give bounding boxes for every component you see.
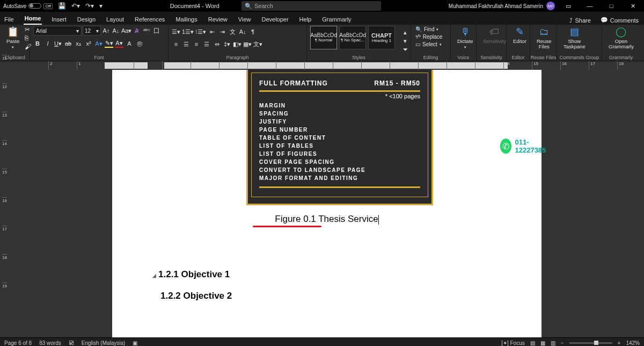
maximize-icon[interactable]: □	[603, 3, 619, 9]
tab-insert[interactable]: Insert	[50, 14, 68, 25]
distribute-icon[interactable]: ⇔	[213, 40, 221, 48]
bullets-icon[interactable]: ☰▾	[172, 27, 180, 36]
autosave-toggle[interactable]: AutoSaveOff	[3, 3, 53, 9]
phonetic-icon[interactable]: ᵃᵇᶜ	[142, 26, 151, 35]
tab-layout[interactable]: Layout	[105, 14, 125, 25]
zoom-level[interactable]: 142%	[626, 340, 640, 346]
underline-button[interactable]: U▾	[54, 39, 62, 48]
asian-layout-icon[interactable]: 文▾	[253, 40, 262, 48]
styles-more-icon[interactable]: ⏷	[401, 45, 409, 54]
sort-icon[interactable]: A↓	[238, 27, 247, 36]
heading-121[interactable]: ◢1.2.1 Objective 1	[152, 269, 541, 280]
show-marks-icon[interactable]: ¶	[248, 27, 257, 36]
shrink-font-icon[interactable]: A↓	[112, 26, 120, 35]
save-icon[interactable]: 💾	[58, 2, 66, 10]
web-layout-icon[interactable]: ▥	[551, 340, 555, 346]
outdent-icon[interactable]: ⇤	[208, 27, 216, 36]
align-left-icon[interactable]: ≡	[172, 40, 180, 48]
styles-down-icon[interactable]: ▾	[401, 37, 409, 45]
tab-view[interactable]: View	[237, 14, 252, 25]
redo-icon[interactable]: ↷▾	[85, 2, 94, 10]
ruler-vertical[interactable]: 111213141516171819	[0, 70, 10, 337]
select-button[interactable]: ▭Select▾	[414, 41, 443, 48]
tab-developer[interactable]: Developer	[260, 14, 289, 25]
text-effects-icon[interactable]: A▾	[94, 39, 103, 48]
align-right-icon[interactable]: ≡	[192, 40, 201, 48]
ribbon-tabs: FileHomeInsertDesignLayoutReferencesMail…	[0, 12, 644, 25]
paste-button[interactable]: 📋Paste▾	[3, 26, 23, 51]
search-input[interactable]: 🔍Search	[241, 1, 381, 11]
editor-icon: ✎	[516, 27, 524, 38]
ribbon-display-icon[interactable]: ▭	[560, 3, 576, 10]
style-tile[interactable]: AaBbCcDd¶ No Spac...	[339, 26, 366, 49]
open-grammarly-button[interactable]: ◯Open Grammarly	[605, 26, 637, 51]
macro-icon[interactable]: ▣	[133, 340, 137, 346]
document-canvas[interactable]: FULL FORMATTINGRM15 - RM50 * <100 pages …	[10, 70, 644, 337]
font-name-select[interactable]: Arial▾	[33, 26, 82, 35]
figure-caption[interactable]: Figure 0.1 Thesis Service	[112, 214, 541, 225]
clear-format-icon[interactable]: A̷	[133, 26, 141, 35]
tab-home[interactable]: Home	[24, 13, 42, 25]
comments-button[interactable]: 💬Comments	[598, 16, 641, 25]
multilevel-icon[interactable]: ⁝☰▾	[195, 27, 206, 36]
page-indicator[interactable]: Page 6 of 8	[4, 340, 32, 346]
tab-help[interactable]: Help	[298, 14, 313, 25]
reuse-files-button[interactable]: 🗂Reuse Files	[533, 26, 554, 51]
ruler-horizontal[interactable]: 21123456789101112131415161718	[0, 61, 644, 70]
close-icon[interactable]: ✕	[625, 3, 641, 10]
grow-font-icon[interactable]: A↑	[102, 26, 111, 35]
superscript-button[interactable]: x²	[84, 39, 93, 48]
tab-file[interactable]: File	[3, 14, 15, 25]
language-indicator[interactable]: English (Malaysia)	[82, 340, 126, 346]
justify-icon[interactable]: ☰	[202, 40, 211, 48]
collapse-icon[interactable]: ◢	[152, 273, 156, 278]
tab-grammarly[interactable]: Grammarly	[321, 14, 352, 25]
italic-button[interactable]: I	[43, 39, 52, 48]
style-tile[interactable]: AaBbCcDd¶ Normal	[310, 26, 337, 49]
highlight-icon[interactable]: ✎▾	[105, 39, 113, 48]
editor-button[interactable]: ✎Editor	[510, 26, 530, 45]
align-center-icon[interactable]: ☰	[182, 40, 191, 48]
replace-button[interactable]: ᵃ⁄ᵇReplace	[414, 33, 443, 40]
char-border-icon[interactable]: 囗	[152, 26, 160, 35]
subscript-button[interactable]: x₂	[74, 39, 83, 48]
shading-icon[interactable]: ◧▾	[233, 40, 241, 48]
read-mode-icon[interactable]: ▤	[530, 340, 535, 346]
change-case-icon[interactable]: Aa▾	[121, 26, 131, 35]
undo-icon[interactable]: ↶▾	[71, 2, 80, 10]
print-layout-icon[interactable]: ▦	[540, 340, 545, 346]
user-account[interactable]: Muhammad Fakhrullah Ahmad SamerinMF	[449, 2, 555, 10]
tab-review[interactable]: Review	[207, 14, 229, 25]
font-size-select[interactable]: 12▾	[83, 26, 101, 35]
tab-mailings[interactable]: Mailings	[174, 14, 198, 25]
zoom-slider[interactable]	[569, 342, 612, 344]
font-color-icon[interactable]: A▾	[115, 39, 123, 48]
find-button[interactable]: 🔍Find▾	[414, 26, 443, 33]
zoom-in-icon[interactable]: +	[618, 340, 621, 346]
heading-122[interactable]: 1.2.2 Objective 2	[160, 291, 541, 301]
share-button[interactable]: ⤴Share	[567, 16, 592, 25]
bold-button[interactable]: B	[33, 39, 42, 48]
grammarly-icon: ◯	[616, 27, 626, 38]
qat-more-icon[interactable]: ▾	[99, 2, 103, 10]
indent-icon[interactable]: ⇥	[218, 27, 226, 36]
numbering-icon[interactable]: 1☰▾	[182, 27, 194, 36]
dictate-button[interactable]: 🎙Dictate▾	[454, 26, 477, 51]
line-spacing-icon[interactable]: ‡▾	[223, 40, 231, 48]
tab-design[interactable]: Design	[76, 14, 97, 25]
enclose-icon[interactable]: ㊞	[135, 39, 144, 48]
contact-badge: ✆ 011-12227385	[500, 138, 550, 154]
show-taskpane-button[interactable]: ▤Show Taskpane	[560, 26, 589, 51]
styles-up-icon[interactable]: ▴	[401, 28, 409, 37]
text-direction-icon[interactable]: 文	[228, 27, 237, 36]
char-shading-icon[interactable]: A	[125, 39, 134, 48]
borders-icon[interactable]: ▦▾	[243, 40, 252, 48]
focus-mode[interactable]: [✦] Focus	[501, 340, 525, 346]
proofing-icon[interactable]: 🗹	[69, 340, 74, 346]
tab-references[interactable]: References	[134, 14, 166, 25]
style-tile[interactable]: CHAPTHeading 1	[368, 26, 395, 49]
zoom-out-icon[interactable]: −	[561, 340, 564, 346]
word-count[interactable]: 83 words	[39, 340, 61, 346]
minimize-icon[interactable]: —	[582, 3, 598, 9]
strike-button[interactable]: ab	[64, 39, 72, 48]
